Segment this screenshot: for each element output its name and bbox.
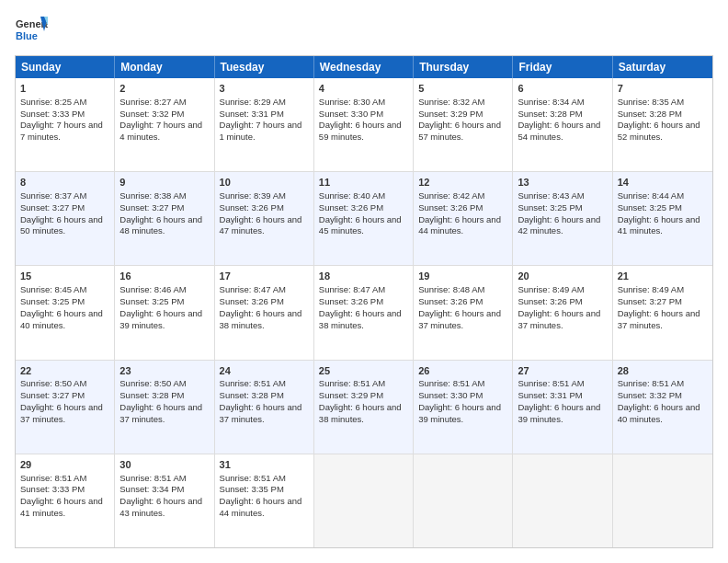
day-number: 29 — [20, 458, 109, 472]
sunrise: Sunrise: 8:51 AM — [119, 473, 186, 483]
calendar-cell: 5Sunrise: 8:32 AMSunset: 3:29 PMDaylight… — [414, 78, 513, 171]
sunrise: Sunrise: 8:29 AM — [220, 97, 286, 107]
daylight: Daylight: 7 hours and 4 minutes. — [119, 120, 202, 142]
daylight: Daylight: 6 hours and 37 minutes. — [418, 308, 501, 330]
calendar-cell: 19Sunrise: 8:48 AMSunset: 3:26 PMDayligh… — [414, 266, 513, 359]
calendar-cell: 3Sunrise: 8:29 AMSunset: 3:31 PMDaylight… — [215, 78, 314, 171]
sunset: Sunset: 3:29 PM — [418, 109, 483, 119]
sunrise: Sunrise: 8:42 AM — [418, 190, 484, 201]
calendar-cell: 28Sunrise: 8:51 AMSunset: 3:32 PMDayligh… — [613, 361, 712, 454]
sunrise: Sunrise: 8:51 AM — [220, 473, 286, 483]
day-number: 15 — [20, 270, 109, 283]
calendar-cell: 27Sunrise: 8:51 AMSunset: 3:31 PMDayligh… — [513, 361, 612, 454]
daylight: Daylight: 6 hours and 54 minutes. — [518, 120, 600, 142]
sunrise: Sunrise: 8:38 AM — [119, 190, 186, 201]
calendar-cell: 17Sunrise: 8:47 AMSunset: 3:26 PMDayligh… — [215, 266, 314, 359]
header-day-wednesday: Wednesday — [314, 56, 414, 78]
sunrise: Sunrise: 8:51 AM — [618, 378, 684, 388]
day-number: 22 — [20, 364, 109, 378]
daylight: Daylight: 6 hours and 42 minutes. — [518, 214, 600, 236]
calendar-cell: 7Sunrise: 8:35 AMSunset: 3:28 PMDaylight… — [613, 78, 712, 171]
logo: General Blue — [15, 15, 48, 48]
daylight: Daylight: 6 hours and 44 minutes. — [418, 214, 501, 236]
svg-text:Blue: Blue — [16, 30, 38, 41]
sunset: Sunset: 3:31 PM — [220, 109, 284, 119]
calendar-cell: 21Sunrise: 8:49 AMSunset: 3:27 PMDayligh… — [613, 266, 712, 359]
calendar-cell: 31Sunrise: 8:51 AMSunset: 3:35 PMDayligh… — [215, 454, 314, 547]
header-day-friday: Friday — [513, 56, 612, 78]
sunset: Sunset: 3:27 PM — [20, 390, 85, 400]
sunset: Sunset: 3:27 PM — [618, 296, 682, 306]
calendar-cell: 2Sunrise: 8:27 AMSunset: 3:32 PMDaylight… — [115, 78, 214, 171]
sunset: Sunset: 3:25 PM — [20, 296, 85, 306]
daylight: Daylight: 6 hours and 47 minutes. — [220, 214, 302, 236]
calendar-cell: 29Sunrise: 8:51 AMSunset: 3:33 PMDayligh… — [16, 454, 115, 547]
day-number: 19 — [418, 270, 507, 283]
calendar-cell: 13Sunrise: 8:43 AMSunset: 3:25 PMDayligh… — [513, 172, 612, 265]
sunset: Sunset: 3:28 PM — [119, 390, 184, 400]
sunrise: Sunrise: 8:44 AM — [618, 190, 684, 201]
sunrise: Sunrise: 8:30 AM — [319, 97, 385, 107]
sunset: Sunset: 3:32 PM — [119, 109, 184, 119]
daylight: Daylight: 6 hours and 37 minutes. — [518, 308, 600, 330]
day-number: 30 — [119, 458, 209, 472]
day-number: 31 — [220, 458, 309, 472]
daylight: Daylight: 6 hours and 44 minutes. — [220, 496, 302, 518]
sunrise: Sunrise: 8:51 AM — [220, 378, 286, 388]
daylight: Daylight: 6 hours and 38 minutes. — [220, 308, 302, 330]
sunrise: Sunrise: 8:37 AM — [20, 190, 86, 201]
day-number: 4 — [319, 82, 408, 96]
sunset: Sunset: 3:25 PM — [518, 202, 582, 213]
sunrise: Sunrise: 8:27 AM — [119, 97, 186, 107]
day-number: 11 — [319, 176, 408, 190]
sunset: Sunset: 3:28 PM — [618, 109, 682, 119]
daylight: Daylight: 6 hours and 50 minutes. — [20, 214, 103, 236]
calendar-cell: 14Sunrise: 8:44 AMSunset: 3:25 PMDayligh… — [613, 172, 712, 265]
calendar-cell: 30Sunrise: 8:51 AMSunset: 3:34 PMDayligh… — [115, 454, 214, 547]
day-number: 1 — [20, 82, 109, 96]
day-number: 3 — [220, 82, 309, 96]
sunset: Sunset: 3:26 PM — [319, 296, 383, 306]
daylight: Daylight: 6 hours and 41 minutes. — [618, 214, 700, 236]
sunrise: Sunrise: 8:51 AM — [20, 473, 86, 483]
header-day-monday: Monday — [115, 56, 214, 78]
calendar-cell: 20Sunrise: 8:49 AMSunset: 3:26 PMDayligh… — [513, 266, 612, 359]
calendar-cell: 9Sunrise: 8:38 AMSunset: 3:27 PMDaylight… — [115, 172, 214, 265]
calendar-row-5: 29Sunrise: 8:51 AMSunset: 3:33 PMDayligh… — [16, 454, 712, 547]
sunrise: Sunrise: 8:50 AM — [119, 378, 186, 388]
day-number: 13 — [518, 176, 607, 190]
daylight: Daylight: 7 hours and 7 minutes. — [20, 120, 103, 142]
daylight: Daylight: 6 hours and 37 minutes. — [220, 402, 302, 424]
sunrise: Sunrise: 8:47 AM — [220, 284, 286, 294]
sunrise: Sunrise: 8:45 AM — [20, 284, 86, 294]
sunset: Sunset: 3:33 PM — [20, 109, 85, 119]
sunrise: Sunrise: 8:43 AM — [518, 190, 584, 201]
calendar-header: SundayMondayTuesdayWednesdayThursdayFrid… — [16, 56, 712, 78]
sunset: Sunset: 3:26 PM — [418, 296, 483, 306]
sunset: Sunset: 3:32 PM — [618, 390, 682, 400]
day-number: 23 — [119, 364, 209, 378]
sunset: Sunset: 3:25 PM — [119, 296, 184, 306]
calendar-cell — [314, 454, 414, 547]
logo-svg: General Blue — [15, 15, 48, 48]
header-day-thursday: Thursday — [414, 56, 513, 78]
sunrise: Sunrise: 8:47 AM — [319, 284, 385, 294]
calendar-cell: 26Sunrise: 8:51 AMSunset: 3:30 PMDayligh… — [414, 361, 513, 454]
sunrise: Sunrise: 8:34 AM — [518, 97, 584, 107]
sunrise: Sunrise: 8:35 AM — [618, 97, 684, 107]
day-number: 8 — [20, 176, 109, 190]
calendar-row-4: 22Sunrise: 8:50 AMSunset: 3:27 PMDayligh… — [16, 361, 712, 454]
daylight: Daylight: 6 hours and 37 minutes. — [618, 308, 700, 330]
calendar-cell — [613, 454, 712, 547]
header-day-tuesday: Tuesday — [215, 56, 314, 78]
daylight: Daylight: 6 hours and 59 minutes. — [319, 120, 402, 142]
daylight: Daylight: 6 hours and 38 minutes. — [319, 402, 402, 424]
sunrise: Sunrise: 8:49 AM — [518, 284, 584, 294]
sunrise: Sunrise: 8:51 AM — [418, 378, 484, 388]
calendar-cell: 16Sunrise: 8:46 AMSunset: 3:25 PMDayligh… — [115, 266, 214, 359]
daylight: Daylight: 6 hours and 39 minutes. — [119, 308, 202, 330]
sunrise: Sunrise: 8:48 AM — [418, 284, 484, 294]
calendar-cell: 6Sunrise: 8:34 AMSunset: 3:28 PMDaylight… — [513, 78, 612, 171]
daylight: Daylight: 6 hours and 45 minutes. — [319, 214, 402, 236]
calendar-cell: 4Sunrise: 8:30 AMSunset: 3:30 PMDaylight… — [314, 78, 414, 171]
